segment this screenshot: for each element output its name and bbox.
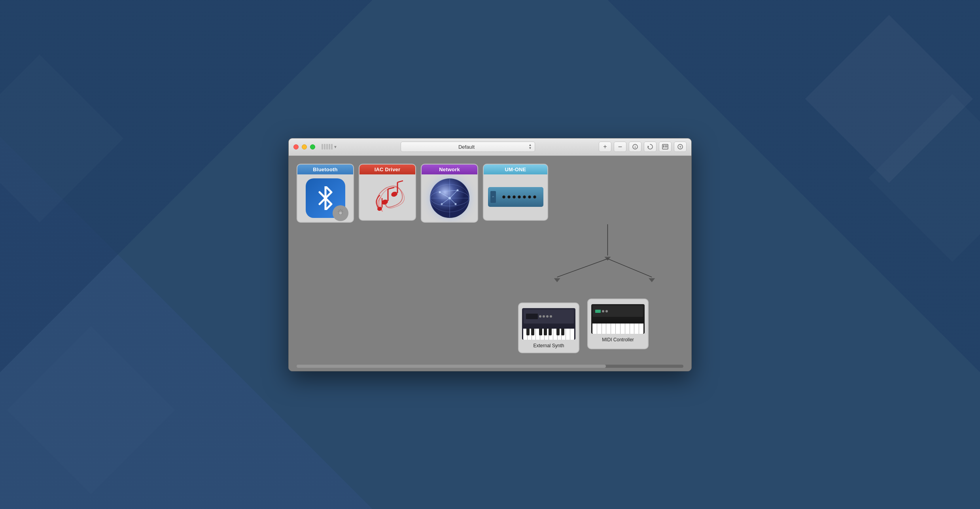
synth-keyboard [523, 329, 574, 340]
svg-point-10 [339, 212, 342, 214]
svg-text:i: i [635, 145, 636, 149]
midi-knob-1 [602, 310, 604, 312]
scrollbar-thumb [297, 365, 606, 368]
slider-arrow-icon: ▼ [333, 145, 337, 149]
info-icon: i [632, 144, 638, 149]
dropdown-container: Default ▲ ▼ [341, 142, 596, 152]
svg-line-38 [607, 259, 652, 277]
external-synth-device[interactable]: External Synth [518, 303, 579, 353]
network-label: Network [422, 165, 477, 174]
network-icon-area [422, 174, 477, 222]
close-button[interactable] [293, 144, 299, 149]
external-synth-icon [522, 308, 575, 340]
synth-knob-2 [543, 315, 545, 318]
umone-port-2 [507, 195, 511, 199]
svg-rect-6 [666, 145, 667, 148]
umone-hardware-icon: E [488, 187, 543, 207]
midi-white-key-6 [616, 324, 621, 334]
maximize-button[interactable] [310, 144, 315, 149]
midi-controller-label: MIDI Controller [602, 337, 634, 342]
bluetooth-symbol-icon [316, 186, 335, 210]
black-key-3 [539, 329, 542, 335]
svg-marker-37 [554, 278, 560, 282]
iac-driver-device[interactable]: IAC Driver [359, 164, 416, 221]
umone-label: UM-ONE [484, 165, 547, 174]
midi-white-key-7 [621, 324, 625, 334]
iac-icon-area [359, 174, 415, 220]
devices-row: Bluetooth [289, 156, 691, 227]
midi-button[interactable] [659, 142, 672, 152]
synth-panel [524, 310, 574, 324]
info-button[interactable]: i [629, 142, 641, 152]
umone-port-3 [513, 195, 516, 199]
slider-area: ▼ [322, 144, 337, 149]
network-device[interactable]: Network [421, 164, 478, 223]
help-icon: ? [677, 144, 683, 149]
synth-knob-4 [550, 315, 552, 318]
umone-label-text: E [492, 196, 494, 198]
gear-symbol-icon [335, 208, 346, 218]
add-device-button[interactable]: + [599, 142, 611, 152]
cycle-button[interactable] [644, 142, 656, 152]
umone-port-5 [523, 195, 526, 199]
umone-port-1 [502, 195, 505, 199]
black-key-6 [556, 329, 560, 335]
svg-line-36 [557, 259, 608, 277]
synth-knob-1 [539, 315, 541, 318]
svg-marker-2 [648, 146, 649, 148]
remove-device-button[interactable]: − [614, 142, 626, 152]
umone-port-6 [528, 195, 531, 199]
umone-device[interactable]: UM-ONE E [483, 164, 548, 221]
midi-knob-2 [605, 310, 608, 312]
midi-controller-icon [591, 304, 645, 334]
black-key-4 [544, 329, 547, 335]
external-synth-label: External Synth [533, 343, 564, 348]
umone-port-4 [518, 195, 521, 199]
synth-knob-3 [546, 315, 549, 318]
bluetooth-icon [306, 178, 345, 218]
help-button[interactable]: ? [674, 142, 687, 152]
midi-controller-device[interactable]: MIDI Controller [587, 299, 649, 349]
midi-white-key-1 [592, 324, 597, 334]
midi-keyboard [592, 324, 643, 334]
minimize-button[interactable] [302, 144, 307, 149]
black-keys [523, 329, 574, 335]
svg-marker-39 [649, 278, 655, 282]
midi-led [595, 310, 601, 313]
svg-text:?: ? [679, 145, 681, 149]
svg-line-16 [397, 181, 403, 182]
synth-screen [526, 314, 538, 319]
globe-svg-icon [430, 178, 469, 218]
traffic-lights [293, 144, 315, 149]
midi-white-key-4 [606, 324, 611, 334]
bluetooth-device[interactable]: Bluetooth [297, 164, 354, 223]
svg-rect-4 [663, 145, 664, 148]
midi-white-key-3 [602, 324, 607, 334]
iac-music-notes-icon [370, 180, 405, 214]
titlebar-buttons: + − i [599, 142, 687, 152]
black-key-5 [549, 329, 552, 335]
midi-white-key-11 [639, 324, 643, 334]
slider-dots [322, 144, 333, 149]
main-window: ▼ Default ▲ ▼ + − i [288, 138, 692, 371]
music-notes-svg-icon [370, 180, 409, 216]
midi-white-key-8 [625, 324, 630, 334]
midi-white-key-9 [630, 324, 635, 334]
umone-port-7 [533, 195, 536, 199]
horizontal-scrollbar[interactable] [297, 365, 683, 368]
gear-icon [333, 205, 348, 221]
svg-rect-5 [665, 145, 666, 148]
network-globe-icon [430, 178, 469, 218]
lower-devices-row: External Synth [518, 299, 649, 349]
dropdown-value: Default [404, 144, 528, 150]
cycle-icon [647, 144, 653, 150]
midi-white-key-10 [634, 324, 639, 334]
umone-label-area: E [490, 191, 496, 203]
black-key-1 [526, 329, 530, 335]
black-key-2 [531, 329, 534, 335]
configuration-dropdown[interactable]: Default ▲ ▼ [401, 142, 535, 152]
content-area: Bluetooth [289, 156, 691, 371]
bluetooth-icon-area [297, 174, 353, 222]
iac-label: IAC Driver [359, 165, 415, 174]
midi-white-key-5 [611, 324, 616, 334]
